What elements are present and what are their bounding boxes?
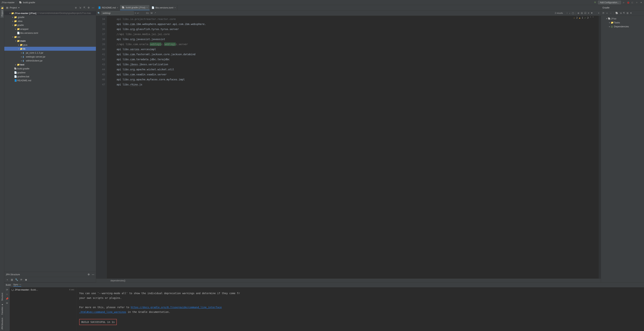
minimize-icon[interactable]: — (92, 6, 94, 9)
debug-icon[interactable]: 🐞 (627, 1, 630, 4)
match-case-toggle[interactable]: Cc (146, 12, 149, 14)
run-icon[interactable]: ▶ (622, 1, 625, 4)
tree-item-weblogic[interactable]: ▸▮weblogic-server.jar (4, 55, 96, 59)
opt3-icon[interactable]: ☑ (584, 12, 586, 14)
close-icon[interactable]: × (174, 6, 176, 9)
sync-icon[interactable]: ⟳ (6, 288, 8, 291)
tree-item-test[interactable]: ▸📁test (4, 62, 96, 66)
clear-icon[interactable]: × (135, 12, 136, 14)
expand-icon[interactable]: ⇲ (79, 6, 82, 9)
gradle-deps[interactable]: ▸▥Dependencies (601, 24, 644, 28)
err-count: 1 (582, 16, 583, 19)
add-icon[interactable]: ＋ (6, 278, 9, 281)
favorites-tool-tab[interactable]: Favorites ★ (0, 302, 4, 316)
add-selection-icon[interactable]: ⊕ (578, 12, 580, 14)
tree-item-idea[interactable]: ▸📁.idea (4, 19, 96, 23)
tool-icon[interactable]: ✦ (630, 12, 632, 14)
tab-libs-versions[interactable]: 📄 libs.versions.toml × (150, 5, 178, 10)
project-icon: ▤ (6, 6, 9, 9)
close-search-icon[interactable]: × (598, 12, 600, 14)
build-console[interactable]: You can use '--warning-mode all' to show… (76, 287, 644, 331)
tree-item-gradlew[interactable]: 📄gradlew (4, 70, 96, 74)
tree-item-wlthint3[interactable]: ▸▮wlthint3client.jar (4, 59, 96, 62)
tree-item-main[interactable]: ▾📁main (4, 39, 96, 43)
minimize-icon[interactable]: — (92, 273, 94, 276)
prev-match-icon[interactable]: ↑ (567, 12, 568, 14)
tree-item-java[interactable]: ▸📁java (4, 43, 96, 47)
coverage-icon[interactable]: ◧ (631, 1, 634, 4)
chevron-down-icon[interactable]: ˅ (592, 16, 594, 19)
tree-item-gradle[interactable]: ▾📁gradle (4, 23, 96, 27)
tree-item-lib[interactable]: ▾📁lib (4, 47, 96, 51)
tree-item-src[interactable]: ▾📁src (4, 35, 96, 39)
gradle-tree[interactable]: ▾🐘JYso ▸📁Tasks ▸▥Dependencies (601, 16, 644, 29)
add-configuration-button[interactable]: Add Configuration... (598, 1, 621, 4)
label: gradlew (17, 71, 26, 74)
tab-readme[interactable]: 📘 README.md × (96, 5, 120, 10)
select-all-icon[interactable]: ▢ (572, 12, 574, 14)
search-input[interactable] (101, 11, 134, 15)
db-icon[interactable]: ▥ (10, 278, 13, 281)
project-tool-tab[interactable]: Project 📁 (0, 6, 4, 18)
code-line: api libs.rhino.js (110, 82, 599, 87)
tree-root[interactable]: ▾📁 JYso-master [JYso] C:\Users\Administr… (4, 11, 96, 15)
hammer-icon[interactable]: ⚒ (594, 1, 596, 4)
gear-icon[interactable]: ⚙ (87, 273, 90, 276)
target-icon[interactable]: ⊚ (74, 6, 77, 9)
code-line: api libs.com.fasterxml.jackson.core.jack… (110, 52, 599, 57)
jpa-tool-tab[interactable]: JPA Structure (1, 316, 4, 331)
close-icon[interactable]: × (146, 6, 148, 9)
doc-link[interactable]: https://docs.gradle.org/8.7/userguide/co… (131, 306, 222, 309)
chevron-down-icon[interactable]: ▼ (18, 7, 20, 9)
opt4-icon[interactable]: ≡ (588, 12, 589, 14)
stop-icon[interactable]: ■ (6, 293, 8, 296)
refresh-icon[interactable]: ⟳ (602, 12, 604, 14)
gradle-root[interactable]: ▾🐘JYso (601, 16, 644, 20)
tree-item-libs-versions[interactable]: 📄libs.versions.toml (4, 31, 96, 35)
alt-icon[interactable]: ◉ (24, 278, 27, 281)
words-toggle[interactable]: W (150, 12, 152, 14)
history-icon[interactable]: ↩ (137, 12, 139, 14)
editor-breadcrumb[interactable]: dependencies{} (96, 279, 601, 283)
stop-icon[interactable]: ■ (635, 1, 638, 4)
tab-build-gradle[interactable]: 🐘 build.gradle (JYso) × (120, 5, 150, 10)
tree-item-readme[interactable]: 📘README.md (4, 78, 96, 82)
line-gutter: 34 35 36 37 38 39 40 41 42 43 44 45 46 4… (96, 16, 107, 279)
expand-icon[interactable]: ⇲ (620, 12, 622, 14)
code-editor[interactable]: 34 35 36 37 38 39 40 41 42 43 44 45 46 4… (96, 16, 601, 279)
eye-icon[interactable]: 👁 (6, 302, 8, 305)
refresh-icon[interactable]: ⟳ (20, 278, 23, 281)
doc-link-2[interactable]: .html#sec:command_line_warnings (79, 311, 126, 313)
inspection-widget[interactable]: ⚠2 ▲1 ✔2 ˄ ˅ (574, 16, 594, 19)
collapse-icon[interactable]: ⇱ (83, 6, 86, 9)
collapse-icon[interactable]: ⇱ (623, 12, 625, 14)
project-tree[interactable]: ▾📁 JYso-master [JYso] C:\Users\Administr… (4, 10, 96, 272)
build-tab-sync[interactable]: Sync • × (13, 283, 21, 287)
tree-item-wrapper[interactable]: ▸📁wrapper (4, 27, 96, 31)
wrench-icon[interactable]: 🔧 (15, 278, 18, 281)
execute-icon[interactable]: 🐘 (616, 12, 618, 14)
gear-icon[interactable]: ⚙ (87, 6, 90, 9)
chevron-up-icon[interactable]: ˄ (590, 16, 591, 19)
link-icon[interactable]: ⊞ (626, 12, 628, 14)
next-match-icon[interactable]: ↓ (569, 12, 570, 14)
tree-item-gradlew-bat[interactable]: 📄gradlew.bat (4, 74, 96, 78)
tree-item-gradle-dot[interactable]: ▸📁.gradle (4, 15, 96, 19)
code-line: api libs.org.javassist.javassist (110, 37, 599, 42)
filter-icon[interactable]: ▼ (591, 12, 593, 14)
opt2-icon[interactable]: ⊟ (581, 12, 583, 14)
code-content[interactable]: api libs.io.projectreactor.reactor.core … (107, 16, 599, 279)
breadcrumb-file[interactable]: build.gradle (23, 1, 35, 4)
structure-tool-tab[interactable]: Structure (1, 291, 4, 302)
add-icon[interactable]: ＋ (606, 11, 608, 15)
more-icon[interactable]: ▾ (640, 1, 642, 4)
close-icon[interactable]: × (117, 6, 118, 9)
remove-icon[interactable]: － (610, 11, 612, 15)
error-stripe[interactable] (599, 16, 601, 279)
regex-toggle[interactable]: .* (154, 12, 156, 14)
gradle-tasks[interactable]: ▸📁Tasks (601, 20, 644, 24)
pin-icon[interactable]: 📌 (6, 297, 8, 300)
breadcrumb-root[interactable]: JYso-master (2, 1, 14, 4)
tree-item-jai-core[interactable]: ▸▮jai_core-1.1.3.jar (4, 51, 96, 55)
tree-item-build-gradle[interactable]: 🐘build.gradle (4, 66, 96, 70)
